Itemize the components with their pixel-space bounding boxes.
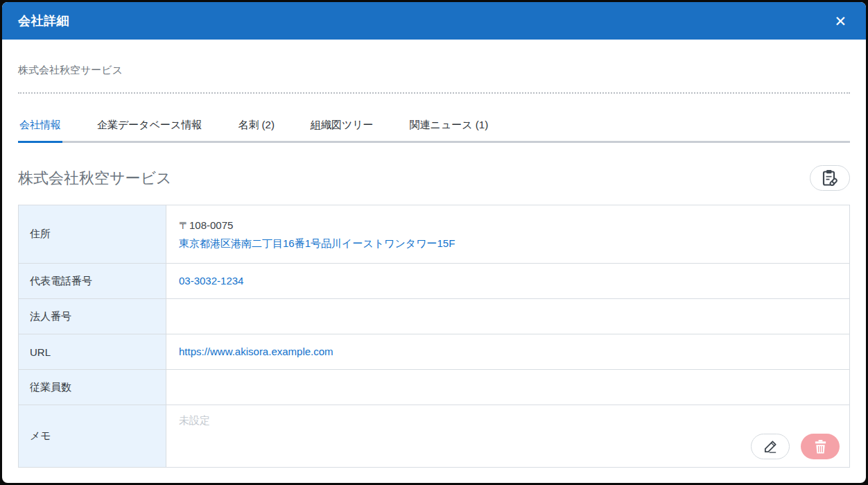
phone-link[interactable]: 03-3032-1234 [179,272,837,290]
postal-code-text: 〒108-0075 [179,216,837,235]
row-label-memo: メモ [19,405,166,467]
row-value-employee-count [166,370,849,405]
memo-delete-button[interactable] [801,434,840,459]
clipboard-link-icon [821,169,839,187]
dotted-divider [18,92,850,94]
table-row-phone: 代表電話番号 03-3032-1234 [19,263,849,298]
website-url-link[interactable]: https://www.akisora.example.com [179,343,837,361]
row-value-phone: 03-3032-1234 [166,264,849,298]
address-link[interactable]: 東京都港区港南二丁目16番1号品川イーストワンタワー15F [179,235,837,253]
table-row-address: 住所 〒108-0075 東京都港区港南二丁目16番1号品川イーストワンタワー1… [19,205,849,263]
row-label-employee-count: 従業員数 [19,370,166,405]
memo-placeholder-text: 未設定 [179,414,837,427]
page-title: 株式会社秋空サービス [18,168,172,189]
modal-title: 会社詳細 [18,12,69,29]
table-row-memo: メモ 未設定 [19,405,849,467]
row-label-corporate-number: 法人番号 [19,299,166,334]
company-detail-modal: 会社詳細 ✕ 株式会社秋空サービス 会社情報 企業データベース情報 名刺 (2)… [2,2,866,483]
table-row-employee-count: 従業員数 [19,369,849,405]
table-row-corporate-number: 法人番号 [19,298,849,334]
row-value-corporate-number [166,299,849,334]
trash-icon [813,439,828,454]
company-info-table: 住所 〒108-0075 東京都港区港南二丁目16番1号品川イーストワンタワー1… [18,205,850,468]
tab-bar: 会社情報 企業データベース情報 名刺 (2) 組織図ツリー 関連ニュース (1) [18,119,850,143]
tab-related-news[interactable]: 関連ニュース (1) [408,119,490,141]
row-label-address: 住所 [19,205,166,263]
tab-org-chart-tree[interactable]: 組織図ツリー [309,119,375,141]
row-value-url: https://www.akisora.example.com [166,334,849,369]
row-label-url: URL [19,334,166,369]
row-label-phone: 代表電話番号 [19,264,166,298]
copy-company-info-button[interactable] [810,165,850,191]
row-value-memo: 未設定 [166,405,849,467]
close-icon[interactable]: ✕ [831,12,849,30]
tab-business-cards[interactable]: 名刺 (2) [236,119,276,141]
row-value-address: 〒108-0075 東京都港区港南二丁目16番1号品川イーストワンタワー15F [166,205,849,263]
table-row-url: URL https://www.akisora.example.com [19,334,849,369]
tab-company-database-info[interactable]: 企業データベース情報 [96,119,203,141]
memo-edit-button[interactable] [751,434,790,459]
company-name-subtitle: 株式会社秋空サービス [18,64,850,77]
memo-actions [751,434,840,459]
tab-company-info[interactable]: 会社情報 [18,119,62,141]
pencil-icon [763,439,779,454]
modal-header: 会社詳細 ✕ [2,2,866,40]
